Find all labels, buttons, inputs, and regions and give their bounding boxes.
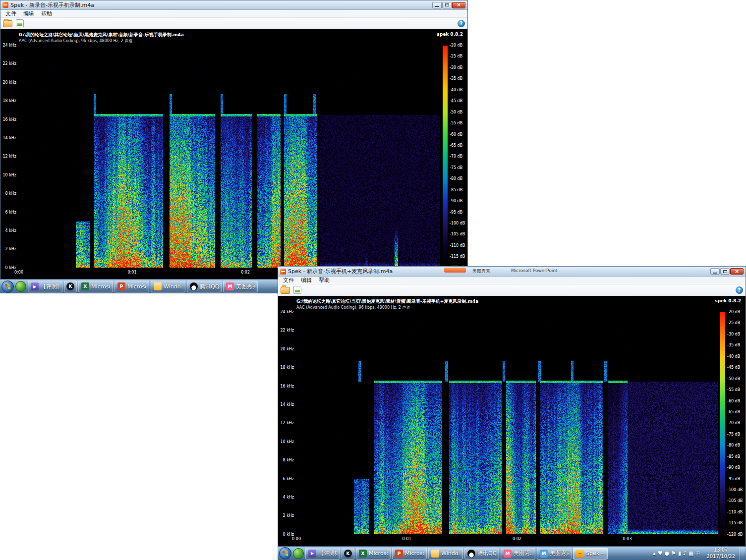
explorer-icon [154, 282, 162, 290]
time-tick-label: 0:01 [128, 270, 137, 275]
taskbar-button-label: 美图秀... [514, 550, 532, 557]
db-tick-label: -45 dB [450, 99, 462, 103]
composite-screenshot: Spek - 新录音-乐视手机录制.m4a 文件编辑帮助 G:\我的论坛之路\其… [0, 0, 746, 560]
taskbar-button-explorer[interactable]: Windo... [428, 548, 463, 560]
minimize-button[interactable] [432, 2, 442, 8]
taskbar-button-powerpoint[interactable]: PMicroso... [115, 280, 149, 292]
menu-item[interactable]: 文件 [2, 10, 20, 17]
time-tick-label: 0:02 [241, 270, 250, 275]
close-button[interactable] [452, 2, 465, 8]
db-tick-label: -25 dB [727, 321, 740, 325]
save-button[interactable] [16, 19, 24, 27]
network-icon[interactable]: ▦ [689, 551, 693, 556]
taskbar-button-meitu[interactable]: M美图秀... [501, 548, 535, 560]
save-button[interactable] [293, 286, 301, 294]
open-file-button[interactable] [281, 287, 290, 294]
spek-window-2: Spek - 新录音-乐视手机+麦克风录制.m4a 美图秀秀 Microsoft… [278, 266, 746, 546]
meitu-icon: M [504, 550, 512, 558]
minimize-button[interactable] [710, 268, 720, 275]
db-tick-label: -60 dB [450, 132, 462, 137]
help-icon[interactable] [736, 286, 743, 294]
meitu-icon: M [226, 282, 234, 290]
frequency-tick-label: 20 kHz [280, 347, 294, 351]
close-button[interactable] [730, 268, 744, 275]
taskbar-button-explorer[interactable]: Windo... [151, 280, 185, 292]
taskbar-button-player[interactable]: ▶【评测猿... [305, 548, 340, 560]
show-desktop-button[interactable] [740, 547, 745, 560]
menu-item[interactable]: 帮助 [315, 277, 333, 284]
taskbar-button-qq[interactable]: 腾讯QQ [187, 280, 222, 292]
db-tick-label: -20 dB [727, 310, 740, 314]
volume-icon[interactable]: ♪ [683, 551, 687, 556]
menu-item[interactable]: 帮助 [38, 10, 56, 17]
safety-shield-icon[interactable]: ⚑ [671, 551, 676, 556]
taskbar-button-excel[interactable]: XMicrosof... [356, 548, 391, 560]
taskbar-button-meitu2[interactable]: M美图秀秀... [537, 548, 572, 560]
taskbar-button-label: 美图秀秀... [550, 550, 569, 557]
green-app-icon[interactable] [15, 281, 26, 292]
spectrogram-canvas [19, 46, 440, 268]
time-tick-label: 0:00 [292, 537, 301, 541]
window-titlebar[interactable]: Spek - 新录音-乐视手机+麦克风录制.m4a 美图秀秀 Microsoft… [278, 267, 746, 277]
tray-app-icon-1[interactable]: ♥ [658, 551, 663, 556]
time-tick-label: 0:02 [513, 537, 521, 541]
start-button[interactable] [1, 280, 14, 293]
taskbar-buttons: ▶【评测猿...KXMicrosof...PMicroso...Windo...… [305, 548, 608, 560]
frequency-tick-label: 2 kHz [5, 247, 16, 251]
taskbar-button-label: 腾讯QQ [200, 283, 219, 290]
file-path-text: G:\我的论坛之路\其它论坛\当贝\黑炮麦克风\素材\音频\新录音-乐视手机录制… [19, 32, 184, 38]
window-titlebar[interactable]: Spek - 新录音-乐视手机录制.m4a [0, 0, 467, 10]
db-tick-label: -115 dB [727, 521, 743, 525]
help-icon[interactable] [458, 20, 465, 27]
taskbar-button-label: Microsof... [91, 283, 110, 290]
taskbar-button-qq[interactable]: 腾讯QQ [464, 548, 499, 560]
taskbar-button-player[interactable]: ▶【评测猿... [28, 280, 62, 292]
frequency-tick-label: 18 kHz [280, 365, 294, 370]
hidden-icons-chevron[interactable]: ▴ [653, 551, 656, 556]
background-window-title-fragment: 美图秀秀 [472, 268, 490, 275]
action-center-icon[interactable]: ⚐ [695, 551, 700, 556]
db-tick-label: -110 dB [450, 243, 465, 248]
db-tick-label: -50 dB [727, 377, 740, 381]
maximize-button[interactable] [720, 268, 730, 275]
menu-item[interactable]: 编辑 [20, 10, 38, 17]
db-tick-label: -40 dB [450, 88, 462, 92]
taskbar-2: ▶【评测猿...KXMicrosof...PMicroso...Windo...… [278, 546, 746, 560]
db-tick-label: -100 dB [727, 488, 743, 492]
clock-date: 2017/10/22 [706, 554, 735, 560]
menu-item[interactable]: 编辑 [297, 277, 315, 284]
battery-icon[interactable]: ▮ [678, 551, 681, 556]
taskbar-button-meitu[interactable]: M美图秀秀 [223, 280, 258, 292]
db-tick-label: -100 dB [450, 221, 465, 225]
db-tick-label: -80 dB [450, 176, 462, 181]
green-app-icon[interactable] [293, 548, 304, 559]
windows-flag-icon [282, 550, 288, 556]
db-tick-label: -85 dB [450, 188, 462, 192]
taskbar-button-k[interactable]: K [342, 548, 354, 560]
frequency-tick-label: 12 kHz [280, 421, 294, 425]
taskbar-button-label: Microso... [127, 283, 146, 290]
frequency-tick-label: 22 kHz [2, 61, 16, 66]
start-button[interactable] [279, 547, 291, 560]
taskbar-button-powerpoint[interactable]: PMicroso... [392, 548, 427, 560]
window-title: Spek - 新录音-乐视手机录制.m4a [10, 1, 94, 9]
taskbar-button-excel[interactable]: XMicrosof... [78, 280, 113, 292]
caption-buttons [432, 2, 465, 8]
open-file-button[interactable] [3, 20, 12, 27]
db-axis: -20 dB-25 dB-30 dB-35 dB-40 dB-45 dB-50 … [450, 43, 465, 270]
frequency-tick-label: 6 kHz [283, 477, 294, 481]
db-tick-label: -20 dB [450, 43, 462, 48]
system-tray: ▴♥●⚑▮♪▦⚐ [651, 551, 702, 556]
taskbar-button-label: Microsof... [369, 550, 388, 557]
tray-app-icon-2[interactable]: ● [665, 551, 670, 556]
menu-item[interactable]: 文件 [280, 277, 297, 284]
taskbar-button-k[interactable]: K [64, 280, 77, 292]
taskbar-clock[interactable]: 13:07 2017/10/22 [703, 547, 738, 560]
frequency-tick-label: 8 kHz [283, 458, 294, 462]
taskbar-button-spek[interactable]: ~Spek - ... [573, 548, 608, 560]
db-tick-label: -75 dB [450, 166, 462, 170]
player-icon: ▶ [308, 550, 316, 558]
background-window-icon-fragment [444, 268, 466, 273]
maximize-button[interactable] [442, 2, 452, 8]
player-icon: ▶ [31, 282, 39, 290]
